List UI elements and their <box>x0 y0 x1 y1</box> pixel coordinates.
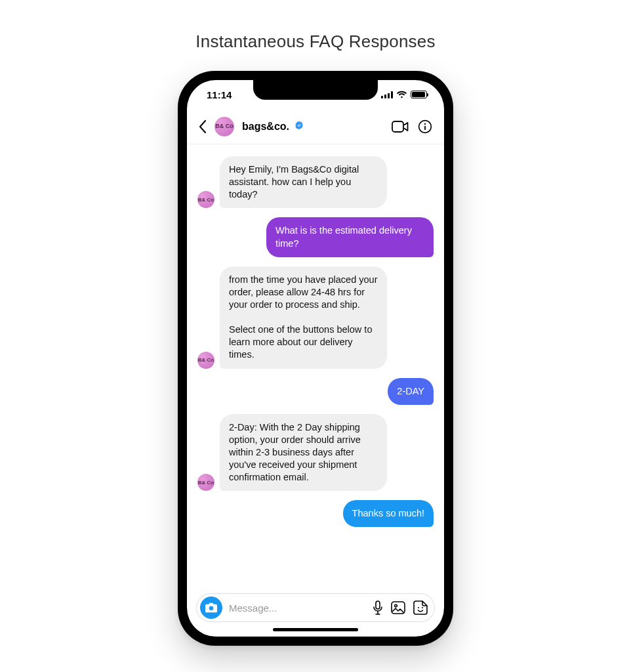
svg-point-8 <box>418 607 419 608</box>
message-bubble[interactable]: 2-DAY <box>388 378 434 405</box>
incoming-message-row: B& Co2-Day: With the 2 Day shipping opti… <box>197 414 434 492</box>
incoming-message-row: B& Cofrom the time you have placed your … <box>197 266 434 369</box>
microphone-button[interactable] <box>373 600 383 615</box>
svg-rect-5 <box>376 601 380 609</box>
svg-rect-0 <box>392 121 403 132</box>
message-avatar[interactable]: B& Co <box>197 474 214 491</box>
chat-title-wrap[interactable]: bags&co. <box>242 121 304 133</box>
outgoing-message-row: 2-DAY <box>197 378 434 405</box>
message-bubble[interactable]: Thanks so much! <box>343 500 434 527</box>
cellular-signal-icon <box>381 91 393 98</box>
status-time: 11:14 <box>207 89 232 100</box>
wifi-icon <box>396 91 407 98</box>
message-bubble[interactable]: What is is the estimated delivery time? <box>266 217 434 257</box>
svg-point-9 <box>422 607 423 608</box>
svg-rect-3 <box>424 125 426 129</box>
svg-point-7 <box>395 604 397 607</box>
home-indicator <box>273 628 358 631</box>
page-title: Instantaneous FAQ Responses <box>0 0 631 52</box>
message-bubble[interactable]: Hey Emily, I'm Bags&Co digital assistant… <box>220 156 387 208</box>
phone-mockup: 11:14 B& Co bags&co. <box>178 71 453 646</box>
phone-frame: 11:14 B& Co bags&co. <box>178 71 453 646</box>
message-input[interactable] <box>229 602 366 614</box>
chat-header: B& Co bags&co. <box>187 109 444 144</box>
message-bubble[interactable]: from the time you have placed your order… <box>220 266 387 369</box>
composer-actions <box>373 600 428 615</box>
svg-point-4 <box>209 606 214 611</box>
chat-avatar[interactable]: B& Co <box>214 117 234 136</box>
info-button[interactable] <box>418 119 432 134</box>
chat-title: bags&co. <box>242 121 289 132</box>
sticker-button[interactable] <box>413 600 428 615</box>
gallery-button[interactable] <box>391 601 405 614</box>
message-avatar[interactable]: B& Co <box>197 352 214 369</box>
battery-icon <box>411 91 427 98</box>
camera-button[interactable] <box>200 597 222 619</box>
composer-inner <box>196 593 435 622</box>
phone-screen: 11:14 B& Co bags&co. <box>187 80 444 637</box>
video-call-button[interactable] <box>392 121 409 133</box>
message-avatar[interactable]: B& Co <box>197 191 214 208</box>
message-bubble[interactable]: 2-Day: With the 2 Day shipping option, y… <box>220 414 387 492</box>
back-button[interactable] <box>199 120 207 133</box>
phone-notch <box>253 80 378 100</box>
incoming-message-row: B& CoHey Emily, I'm Bags&Co digital assi… <box>197 156 434 208</box>
outgoing-message-row: What is is the estimated delivery time? <box>197 217 434 257</box>
chat-header-actions <box>392 119 432 134</box>
svg-point-2 <box>424 123 426 124</box>
outgoing-message-row: Thanks so much! <box>197 500 434 527</box>
messages-scroll[interactable]: B& CoHey Emily, I'm Bags&Co digital assi… <box>187 144 444 587</box>
verified-badge-icon <box>295 121 304 130</box>
status-icons <box>381 91 427 98</box>
